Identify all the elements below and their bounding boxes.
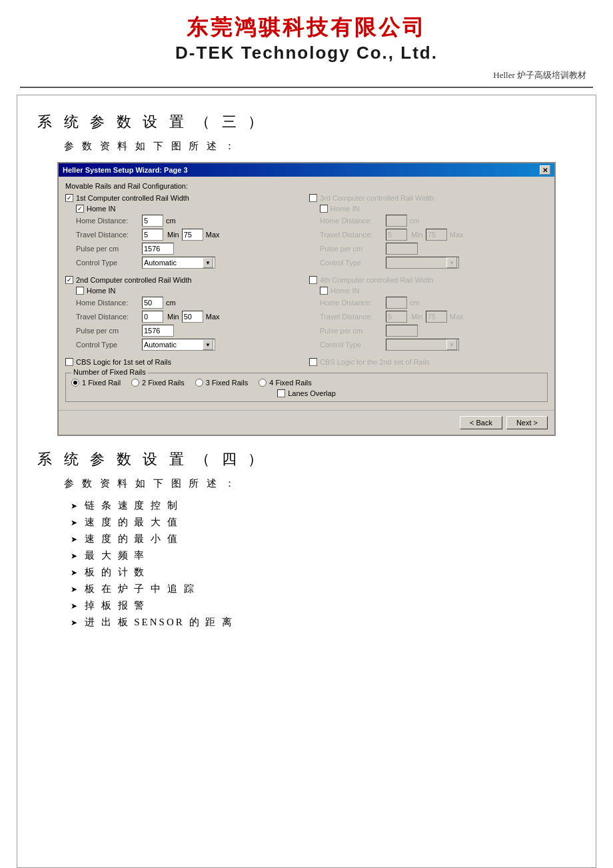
rail4-pulse-label: Pulse per cm	[320, 327, 383, 335]
rail1-pulse-row: Pulse per cm 1576	[76, 243, 304, 255]
rail2-column: 2nd Computer controlled Rail Width Home …	[65, 276, 304, 353]
rail3-home-in-checkbox[interactable]	[320, 205, 328, 213]
rail4-control-select[interactable]: ▼	[386, 339, 459, 351]
lanes-overlap-label: Lanes Overlap	[288, 389, 336, 397]
fixed-rails-legend: Number of Fixed Rails	[71, 368, 148, 376]
subtitle-label: Heller 炉子高级培训教材	[0, 69, 613, 81]
rail4-checkbox-row: 4th Computer controlled Rail Width	[309, 276, 548, 284]
rail2-pulse-input[interactable]: 1576	[142, 325, 174, 337]
rail4-column: 4th Computer controlled Rail Width Home …	[309, 276, 548, 353]
radio-2-fixed-rails-button[interactable]	[131, 379, 139, 387]
section4-title: 系 统 参 数 设 置 （ 四 ）	[37, 449, 576, 469]
rail2-control-select[interactable]: Automatic ▼	[142, 339, 215, 351]
rail4-pulse-input[interactable]	[386, 325, 418, 337]
list-item-8: ➤ 进 出 板 SENSOR 的 距 离	[71, 616, 576, 629]
list-item-3: ➤ 速 度 的 最 小 值	[71, 533, 576, 545]
cbs-logic-row: CBS Logic for 1st set of Rails CBS Logic…	[65, 358, 548, 369]
radio-2-label: 2 Fixed Rails	[142, 379, 185, 387]
rail4-travel-min-input[interactable]: 75	[426, 311, 447, 323]
rail1-home-distance-input[interactable]: 5	[142, 215, 163, 227]
next-button[interactable]: Next >	[506, 416, 548, 429]
list-item-7-text: 掉 板 报 警	[85, 599, 146, 612]
rail2-home-in-checkbox[interactable]	[76, 287, 84, 295]
header-divider	[20, 87, 593, 88]
lanes-overlap-checkbox[interactable]	[277, 389, 285, 397]
rail2-travel-label: Travel Distance:	[76, 313, 139, 321]
rail3-travel-min-input[interactable]: 75	[426, 229, 447, 241]
rail4-control-arrow-icon: ▼	[446, 339, 457, 350]
rail2-home-in-row: Home IN	[76, 287, 304, 295]
rail4-checkbox[interactable]	[309, 276, 317, 284]
rail4-home-distance-unit: cm	[410, 299, 420, 307]
section4-bullet-list: ➤ 链 条 速 度 控 制 ➤ 速 度 的 最 大 值 ➤ 速 度 的 最 小 …	[71, 499, 576, 629]
list-item-4-text: 最 大 频 率	[85, 549, 146, 562]
rail3-travel-input[interactable]: 5	[386, 229, 407, 241]
rail2-pulse-label: Pulse per cm	[76, 327, 139, 335]
rail2-control-arrow-icon: ▼	[203, 339, 213, 350]
rail3-home-distance-input[interactable]	[386, 215, 407, 227]
rail3-checkbox[interactable]	[309, 194, 317, 202]
list-item-7: ➤ 掉 板 报 警	[71, 599, 576, 612]
rail2-home-distance-unit: cm	[166, 299, 176, 307]
radio-4-fixed-rails: 4 Fixed Rails	[259, 379, 312, 387]
rail1-checkbox-row: 1st Computer controlled Rail Width	[65, 194, 304, 202]
rail2-travel-input[interactable]: 0	[142, 311, 163, 323]
rail4-min-label: Min	[411, 313, 423, 321]
bullet-arrow-6: ➤	[71, 585, 79, 595]
rail4-travel-input[interactable]: 5	[386, 311, 407, 323]
rail1-control-label: Control Type	[76, 259, 139, 267]
rail3-control-select[interactable]: ▼	[386, 257, 459, 269]
rail3-home-in-row: Home IN	[320, 205, 548, 213]
fixed-rails-group-box: Number of Fixed Rails 1 Fixed Rail 2 Fix…	[65, 373, 548, 402]
rail3-label: 3rd Computer controlled Rail Width	[320, 194, 434, 202]
dialog-close-button[interactable]: ✕	[540, 165, 550, 175]
rail2-pulse-row: Pulse per cm 1576	[76, 325, 304, 337]
rail3-checkbox-row: 3rd Computer controlled Rail Width	[309, 194, 548, 202]
rail2-travel-min-input[interactable]: 50	[182, 311, 203, 323]
rail1-travel-min-input[interactable]: 75	[182, 229, 203, 241]
rail2-checkbox[interactable]	[65, 276, 73, 284]
list-item-1-text: 链 条 速 度 控 制	[85, 499, 179, 512]
radio-1-fixed-rail-button[interactable]	[71, 379, 79, 387]
cbs2-checkbox[interactable]	[309, 358, 317, 366]
rail1-travel-input[interactable]: 5	[142, 229, 163, 241]
bullet-arrow-3: ➤	[71, 535, 79, 545]
rail4-home-in-row: Home IN	[320, 287, 548, 295]
rail1-min-label: Min	[167, 231, 179, 239]
rail1-home-in-checkbox[interactable]	[76, 205, 84, 213]
rail4-home-distance-label: Home Distance:	[320, 299, 383, 307]
rail1-checkbox[interactable]	[65, 194, 73, 202]
rail4-home-in-label: Home IN	[330, 287, 359, 295]
rail3-control-arrow-icon: ▼	[446, 257, 457, 268]
list-item-4: ➤ 最 大 频 率	[71, 549, 576, 562]
rail3-pulse-label: Pulse per cm	[320, 245, 383, 253]
rail2-min-label: Min	[167, 313, 179, 321]
dialog-buttons-area: < Back Next >	[59, 410, 554, 435]
rail1-pulse-input[interactable]: 1576	[142, 243, 174, 255]
rail1-home-in-label: Home IN	[87, 205, 115, 213]
rail2-label: 2nd Computer controlled Rail Width	[76, 276, 192, 284]
rail3-home-distance-label: Home Distance:	[320, 217, 383, 225]
rail3-travel-distance-row: Travel Distance: 5 Min 75 Max	[320, 229, 548, 241]
rail4-home-distance-input[interactable]	[386, 297, 407, 309]
rail4-travel-distance-row: Travel Distance: 5 Min 75 Max	[320, 311, 548, 323]
cbs2-label: CBS Logic for the 2nd set of Rails	[320, 358, 430, 366]
rail3-control-row: Control Type ▼	[320, 257, 548, 269]
radio-1-label: 1 Fixed Rail	[82, 379, 121, 387]
company-english-name: D-TEK Technology Co., Ltd.	[0, 43, 613, 63]
rail2-home-distance-row: Home Distance: 50 cm	[76, 297, 304, 309]
list-item-6-text: 板 在 炉 子 中 追 踪	[85, 583, 196, 595]
radio-4-fixed-rails-button[interactable]	[259, 379, 267, 387]
rail2-home-distance-input[interactable]: 50	[142, 297, 163, 309]
rail3-pulse-input[interactable]	[386, 243, 418, 255]
rail4-home-in-checkbox[interactable]	[320, 287, 328, 295]
rail1-pulse-label: Pulse per cm	[76, 245, 139, 253]
rail1-control-select[interactable]: Automatic ▼	[142, 257, 215, 269]
rail1-home-distance-row: Home Distance: 5 cm	[76, 215, 304, 227]
back-button[interactable]: < Back	[460, 416, 502, 429]
radio-3-fixed-rails-button[interactable]	[195, 379, 203, 387]
section4-subtitle: 参 数 资 料 如 下 图 所 述 ：	[64, 477, 576, 490]
rail2-checkbox-row: 2nd Computer controlled Rail Width	[65, 276, 304, 284]
rails-grid: 1st Computer controlled Rail Width Home …	[65, 194, 548, 271]
cbs1-checkbox[interactable]	[65, 358, 73, 366]
